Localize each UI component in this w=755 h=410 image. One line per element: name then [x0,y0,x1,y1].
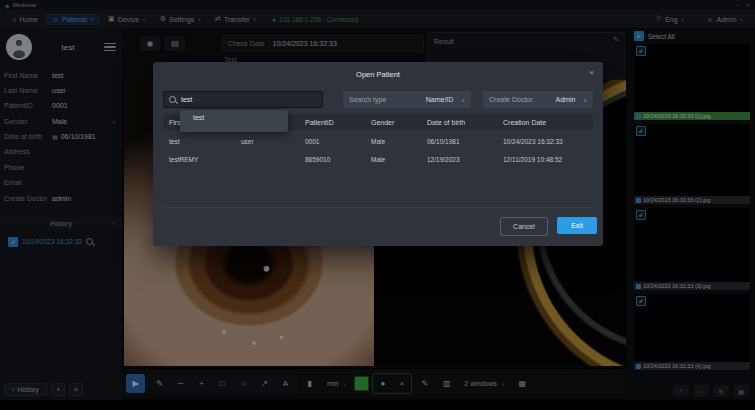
dialog-title: Open Patient [153,70,603,79]
cell-dob: 06/10/1981 [427,138,503,145]
cell-last-name: user [241,138,305,145]
exit-button[interactable]: Exit [557,217,597,234]
table-row[interactable]: test user 0001 Male 06/10/1981 10/24/202… [163,133,593,150]
patient-search-box[interactable] [163,91,323,108]
cell-first-name: testREMY [169,156,241,163]
doctor-label: Create Doctor [489,96,533,103]
col-patient-id: PatientID [305,119,371,126]
cell-patient-id: 8659010 [305,156,371,163]
cell-dob: 12/19/2023 [427,156,503,163]
table-row[interactable]: testREMY 8659010 Male 12/19/2023 12/11/2… [163,151,593,168]
col-dob: Date of birth [427,119,503,126]
cell-gender: Male [371,156,427,163]
close-icon[interactable]: × [589,68,594,77]
chevron-down-icon: ∨ [461,97,465,103]
app-window: ◈ Medview – × ⌂ Home ☺ Patients ∨ ▣ Devi… [0,0,755,410]
divider [163,207,593,208]
col-creation-date: Creation Date [503,119,587,126]
chevron-down-icon: ∨ [583,97,587,103]
cell-creation-date: 10/24/2023 16:32:33 [503,138,587,145]
doctor-value: Admin [555,96,575,103]
cell-gender: Male [371,138,427,145]
patient-search-input[interactable] [181,96,317,103]
create-doctor-dropdown[interactable]: Create Doctor Admin ∨ [483,91,593,108]
cancel-button[interactable]: Cancel [500,217,548,236]
search-suggestion[interactable]: test [180,110,288,132]
col-gender: Gender [371,119,427,126]
search-type-label: Search type [349,96,386,103]
search-type-value: Name/ID [426,96,454,103]
search-type-dropdown[interactable]: Search type Name/ID ∨ [343,91,471,108]
cell-first-name: test [169,138,241,145]
cell-patient-id: 0001 [305,138,371,145]
cell-creation-date: 12/11/2019 10:48:52 [503,156,587,163]
open-patient-dialog: Open Patient × Search type Name/ID ∨ Cre… [153,62,603,246]
search-icon [169,96,176,103]
